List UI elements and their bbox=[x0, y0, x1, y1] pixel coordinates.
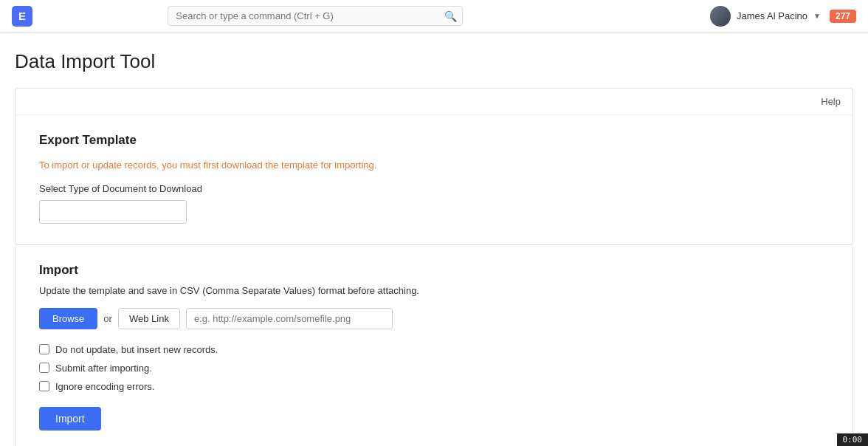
browse-button[interactable]: Browse bbox=[39, 308, 97, 329]
search-icon: 🔍 bbox=[444, 10, 457, 22]
select-doc-label: Select Type of Document to Download bbox=[39, 183, 829, 194]
notification-badge[interactable]: 277 bbox=[830, 10, 856, 23]
export-template-card: Help Export Template To import or update… bbox=[15, 88, 853, 245]
export-template-desc: To import or update records, you must fi… bbox=[39, 158, 829, 173]
import-section-title: Import bbox=[39, 263, 829, 278]
checkbox-row-2: Submit after importing. bbox=[39, 363, 829, 374]
or-separator: or bbox=[103, 313, 112, 324]
file-input-row: Browse or Web Link bbox=[39, 308, 829, 329]
checkbox-row-3: Ignore encoding errors. bbox=[39, 381, 829, 392]
import-desc: Update the template and save in CSV (Com… bbox=[39, 285, 829, 296]
checkbox-row-1: Do not update, but insert new records. bbox=[39, 344, 829, 355]
time-display: 0:00 bbox=[843, 435, 863, 445]
topbar: E 🔍 James Al Pacino ▼ 277 bbox=[0, 0, 868, 32]
submit-after-label: Submit after importing. bbox=[55, 363, 152, 374]
no-update-checkbox[interactable] bbox=[39, 344, 49, 354]
user-menu[interactable]: James Al Pacino ▼ bbox=[710, 6, 821, 27]
submit-after-checkbox[interactable] bbox=[39, 363, 49, 373]
search-input[interactable] bbox=[168, 6, 463, 26]
dropdown-arrow-icon: ▼ bbox=[813, 12, 821, 20]
export-template-title: Export Template bbox=[39, 133, 829, 148]
import-button[interactable]: Import bbox=[39, 407, 101, 430]
help-link[interactable]: Help bbox=[821, 96, 841, 107]
import-body: Import Update the template and save in C… bbox=[16, 245, 852, 447]
avatar bbox=[710, 6, 731, 27]
no-update-label: Do not update, but insert new records. bbox=[55, 344, 218, 355]
user-name: James Al Pacino bbox=[737, 10, 807, 21]
page-container: Data Import Tool Help Export Template To… bbox=[0, 32, 868, 446]
ignore-encoding-label: Ignore encoding errors. bbox=[55, 381, 154, 392]
search-bar[interactable]: 🔍 bbox=[168, 6, 463, 26]
url-input[interactable] bbox=[186, 308, 393, 329]
topbar-right: James Al Pacino ▼ 277 bbox=[710, 6, 856, 27]
weblink-button[interactable]: Web Link bbox=[118, 308, 180, 329]
ignore-encoding-checkbox[interactable] bbox=[39, 381, 49, 391]
page-title: Data Import Tool bbox=[15, 50, 853, 73]
import-card: Import Update the template and save in C… bbox=[15, 245, 853, 447]
bottom-time-bar: 0:00 bbox=[837, 433, 869, 446]
export-template-body: Export Template To import or update reco… bbox=[16, 115, 852, 244]
card-header: Help bbox=[16, 89, 852, 115]
app-logo: E bbox=[12, 6, 32, 27]
document-type-select[interactable] bbox=[39, 200, 187, 224]
